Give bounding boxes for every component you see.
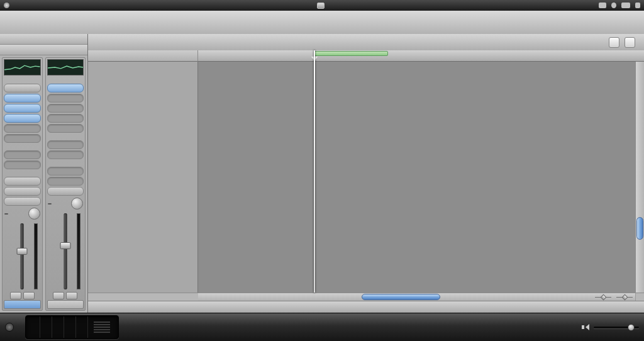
inserts-label bbox=[47, 77, 84, 83]
fader-rail bbox=[21, 223, 24, 289]
cpu-meter bbox=[88, 316, 116, 338]
zoom-horizontal-slider[interactable] bbox=[595, 294, 611, 300]
insert-slot[interactable] bbox=[4, 94, 41, 103]
playhead[interactable] bbox=[314, 50, 315, 293]
send-slot-empty[interactable] bbox=[4, 160, 41, 169]
sends-label bbox=[4, 143, 41, 150]
io-slot-empty[interactable] bbox=[47, 167, 84, 176]
channel-strip-output bbox=[45, 57, 86, 311]
horizontal-scrollbar[interactable] bbox=[198, 293, 635, 301]
zoom-vertical-slider[interactable] bbox=[616, 294, 633, 300]
insert-slot[interactable] bbox=[4, 104, 41, 113]
automation-mode-slot[interactable] bbox=[47, 187, 84, 196]
eq-display[interactable] bbox=[4, 59, 41, 75]
spacer-label bbox=[47, 133, 84, 140]
insert-slot-tuner[interactable] bbox=[4, 84, 41, 92]
scrollbar-corner bbox=[635, 293, 644, 301]
eq-curve bbox=[4, 60, 40, 75]
menubar-extra-icon[interactable] bbox=[611, 3, 616, 8]
menubar-extra-icon[interactable] bbox=[599, 3, 606, 8]
track-header-column bbox=[88, 62, 198, 293]
channel-strip-track bbox=[2, 57, 43, 311]
transport-display[interactable] bbox=[25, 315, 119, 339]
volume-control bbox=[582, 324, 639, 330]
transport-menu-button[interactable] bbox=[5, 323, 14, 332]
insert-slot-empty[interactable] bbox=[47, 114, 84, 123]
level-meter bbox=[77, 213, 80, 289]
selection-header[interactable] bbox=[0, 34, 87, 45]
output-slot[interactable] bbox=[4, 187, 41, 196]
transport-bar bbox=[0, 313, 644, 341]
mute-button[interactable] bbox=[10, 292, 21, 299]
menubar-extra-icon[interactable] bbox=[635, 3, 640, 8]
solo-button[interactable] bbox=[23, 292, 35, 299]
main-toolbar bbox=[0, 11, 644, 35]
volume-slider-thumb[interactable] bbox=[628, 324, 635, 331]
insert-slot-empty[interactable] bbox=[4, 124, 41, 133]
arrange-area bbox=[88, 34, 644, 313]
io-label bbox=[4, 170, 41, 176]
gain-readout bbox=[4, 213, 8, 215]
menubar-extra-icon[interactable] bbox=[621, 3, 630, 8]
insert-slot-empty[interactable] bbox=[4, 134, 41, 143]
fader-rail bbox=[64, 213, 67, 289]
track-inspector-header[interactable] bbox=[0, 45, 87, 55]
volume-slider[interactable] bbox=[594, 327, 639, 328]
bar-ruler[interactable] bbox=[198, 50, 644, 62]
ruler-corner bbox=[88, 50, 198, 62]
pan-knob[interactable] bbox=[71, 198, 83, 210]
volume-fader[interactable] bbox=[60, 242, 70, 249]
arrange-toolbar bbox=[88, 34, 644, 51]
cycle-region[interactable] bbox=[314, 51, 388, 56]
volume-fader[interactable] bbox=[17, 248, 28, 255]
snap-dropdown[interactable] bbox=[609, 37, 619, 48]
vertical-scrollbar[interactable] bbox=[635, 62, 644, 293]
io-slot-empty[interactable] bbox=[47, 177, 84, 186]
menubar-extras bbox=[599, 3, 640, 8]
eq-display[interactable] bbox=[47, 59, 84, 75]
insert-slot[interactable] bbox=[47, 84, 84, 92]
send-slot-empty[interactable] bbox=[4, 150, 41, 159]
bounce-button[interactable] bbox=[66, 292, 77, 299]
horizontal-scroll-thumb[interactable] bbox=[362, 294, 440, 300]
fader-section bbox=[4, 222, 41, 291]
level-meter bbox=[34, 223, 38, 289]
speaker-icon bbox=[582, 324, 589, 330]
inspector-panel bbox=[0, 34, 88, 313]
vertical-scroll-thumb[interactable] bbox=[636, 217, 643, 240]
eq-curve bbox=[48, 60, 84, 75]
titlebar[interactable] bbox=[0, 0, 644, 11]
fader-section bbox=[47, 212, 84, 291]
region-lanes[interactable] bbox=[198, 62, 635, 293]
dim-button[interactable] bbox=[53, 292, 64, 299]
send-slot-empty[interactable] bbox=[47, 150, 84, 159]
logic-arrange-window bbox=[0, 0, 644, 341]
insert-slot-empty[interactable] bbox=[47, 104, 84, 113]
track-zone bbox=[88, 62, 644, 293]
automation-mode-slot[interactable] bbox=[4, 197, 41, 206]
send-slot-empty[interactable] bbox=[47, 140, 84, 149]
strip-name[interactable] bbox=[47, 300, 84, 309]
window-proxy-icon bbox=[317, 3, 325, 9]
editor-tabs-bar bbox=[88, 301, 644, 313]
insert-slot[interactable] bbox=[4, 114, 41, 123]
inserts-label bbox=[4, 77, 41, 83]
strip-name[interactable] bbox=[4, 300, 41, 309]
pan-knob[interactable] bbox=[28, 208, 40, 220]
insert-slot-empty[interactable] bbox=[47, 124, 84, 133]
spacer-label bbox=[47, 160, 84, 166]
gain-readout bbox=[48, 203, 52, 204]
input-slot[interactable] bbox=[4, 177, 41, 186]
apple-menu-icon[interactable] bbox=[4, 3, 9, 8]
scrollbar-corner bbox=[88, 293, 198, 301]
drag-dropdown[interactable] bbox=[625, 37, 635, 48]
insert-slot-empty[interactable] bbox=[47, 94, 84, 103]
